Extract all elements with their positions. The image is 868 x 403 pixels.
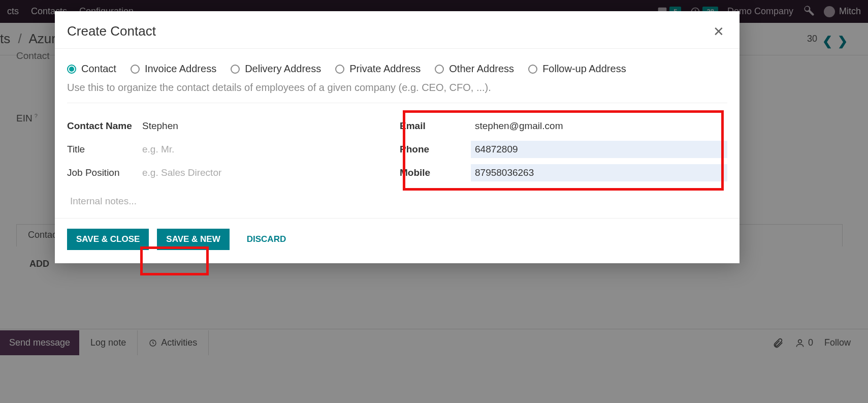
radio-followup-label: Follow-up Address xyxy=(542,63,626,75)
radio-delivery-label: Delivery Address xyxy=(245,63,321,75)
label-contact-name: Contact Name xyxy=(67,120,138,132)
modal-body: Contact Invoice Address Delivery Address… xyxy=(55,49,740,218)
radio-invoice-label: Invoice Address xyxy=(145,63,216,75)
modal-title: Create Contact xyxy=(67,23,156,39)
radio-circle-icon xyxy=(335,65,344,74)
input-mobile[interactable]: 87958036263 xyxy=(471,164,727,181)
label-phone: Phone xyxy=(400,144,471,155)
radio-circle-icon xyxy=(67,65,76,74)
form-col-right: Email stephen@gmail.com Phone 64872809 M… xyxy=(400,114,727,209)
label-mobile: Mobile xyxy=(400,167,471,178)
input-title[interactable]: e.g. Mr. xyxy=(138,141,395,158)
contact-type-help-text: Use this to organize the contact details… xyxy=(67,82,727,103)
radio-private-address[interactable]: Private Address xyxy=(335,63,421,75)
save-and-new-button[interactable]: SAVE & NEW xyxy=(157,229,229,250)
radio-circle-icon xyxy=(231,65,240,74)
form-col-left: Contact Name Stephen Title e.g. Mr. Job … xyxy=(67,114,395,209)
radio-private-label: Private Address xyxy=(349,63,421,75)
contact-type-radio-group: Contact Invoice Address Delivery Address… xyxy=(67,63,727,75)
input-contact-name[interactable]: Stephen xyxy=(138,117,395,135)
modal-header: Create Contact ✕ xyxy=(55,11,740,49)
radio-contact[interactable]: Contact xyxy=(67,63,116,75)
discard-button[interactable]: DISCARD xyxy=(238,229,295,250)
radio-delivery-address[interactable]: Delivery Address xyxy=(231,63,321,75)
close-icon[interactable]: ✕ xyxy=(713,25,724,38)
radio-other-label: Other Address xyxy=(449,63,514,75)
label-title: Title xyxy=(67,144,138,155)
input-phone[interactable]: 64872809 xyxy=(471,141,727,158)
input-job-position[interactable]: e.g. Sales Director xyxy=(138,164,395,181)
modal-footer: SAVE & CLOSE SAVE & NEW DISCARD xyxy=(55,218,740,263)
create-contact-modal: Create Contact ✕ Contact Invoice Address… xyxy=(55,11,740,263)
label-job-position: Job Position xyxy=(67,167,138,178)
radio-circle-icon xyxy=(435,65,444,74)
form-columns: Contact Name Stephen Title e.g. Mr. Job … xyxy=(67,114,727,209)
input-email[interactable]: stephen@gmail.com xyxy=(471,117,727,135)
radio-followup-address[interactable]: Follow-up Address xyxy=(528,63,626,75)
label-email: Email xyxy=(400,120,471,132)
radio-other-address[interactable]: Other Address xyxy=(435,63,514,75)
radio-contact-label: Contact xyxy=(81,63,116,75)
save-and-close-button[interactable]: SAVE & CLOSE xyxy=(67,229,149,250)
radio-circle-icon xyxy=(131,65,140,74)
radio-invoice-address[interactable]: Invoice Address xyxy=(131,63,216,75)
input-internal-notes[interactable]: Internal notes... xyxy=(67,194,395,209)
radio-circle-icon xyxy=(528,65,537,74)
